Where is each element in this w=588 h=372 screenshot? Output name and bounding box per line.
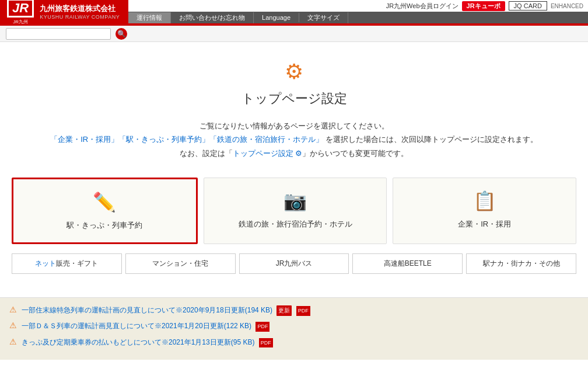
search-bar-area: 🔍 — [0, 26, 588, 42]
card-station-label: 駅・きっぷ・列車予約 — [66, 220, 142, 231]
card-station[interactable]: ✏️ 駅・きっぷ・列車予約 — [12, 178, 198, 244]
description-line3: なお、設定は「トップページ設定 ⚙」からいつでも変更可能です。 — [12, 147, 576, 160]
jrq-button[interactable]: JRキューポ — [462, 1, 505, 11]
card-travel[interactable]: 📷 鉄道の旅・旅行宿泊予約・ホテル — [204, 178, 387, 244]
warn-icon-2: ⚠ — [9, 321, 17, 330]
warn-icon-3: ⚠ — [9, 337, 17, 346]
link-ekinaka[interactable]: 駅ナカ・街ナカ・その他 — [466, 253, 576, 274]
link-net-highlight: ネット — [35, 259, 56, 267]
notice-text-1[interactable]: 一部住末線特急列車の運転計画の見直しについて※2020年9月18日更新(194 … — [22, 305, 310, 316]
login-link[interactable]: JR九州Web会員ログイン — [386, 2, 459, 11]
page-title: トップページ設定 — [12, 90, 576, 107]
card-corporate-label: 企業・IR・採用 — [458, 219, 511, 230]
description-line1: ご覧になりたい情報があるページを選択してください。 — [12, 119, 576, 133]
gear-icon: ⚙ — [285, 60, 303, 84]
header-top: JR九州Web会員ログイン JRキューポ JQ CARD ENHANCED — [128, 0, 588, 12]
header: JR JR九州 九州旅客鉄道株式会社 KYUSHU RAILWAY COMPAN… — [0, 0, 588, 23]
description-block: ご覧になりたい情報があるページを選択してください。 「企業・IR・採用」「駅・き… — [12, 119, 576, 160]
notice-text-2[interactable]: 一部Ｄ＆Ｓ列車の運転計画見直しについて※2021年1月20日更新(122 KB)… — [22, 321, 270, 332]
card-station-icon: ✏️ — [93, 191, 116, 213]
warn-icon-1: ⚠ — [9, 305, 17, 314]
description-line2: 「企業・IR・採用」「駅・きっぷ・列車予約」「鉄道の旅・宿泊旅行・ホテル」 を選… — [12, 133, 576, 146]
link-bus[interactable]: JR九州バス — [239, 253, 349, 274]
new-badge-1: 更新 — [276, 305, 292, 316]
company-name-en: KYUSHU RAILWAY COMPANY — [40, 14, 120, 20]
header-nav: 運行情報 お問い合わせ/お忘れ物 Language 文字サイズ — [128, 12, 588, 23]
link-beetle[interactable]: 高速船BEETLE — [352, 253, 463, 274]
notice-item-1: ⚠ 一部住末線特急列車の運転計画の見直しについて※2020年9月18日更新(19… — [9, 305, 579, 316]
logo-area: JR JR九州 九州旅客鉄道株式会社 KYUSHU RAILWAY COMPAN… — [0, 0, 128, 23]
search-icon: 🔍 — [117, 30, 126, 38]
main-content: ⚙ トップページ設定 ご覧になりたい情報があるページを選択してください。 「企業… — [0, 42, 588, 297]
card-travel-icon: 📷 — [284, 190, 307, 212]
search-button[interactable]: 🔍 — [116, 28, 127, 40]
notice-item-2: ⚠ 一部Ｄ＆Ｓ列車の運転計画見直しについて※2021年1月20日更新(122 K… — [9, 321, 579, 332]
nav-operation[interactable]: 運行情報 — [128, 12, 171, 23]
desc-link1[interactable]: 「企業・IR・採用」「駅・きっぷ・列車予約」「鉄道の旅・宿泊旅行・ホテル」 — [50, 135, 323, 144]
enhanced-button[interactable]: ENHANCED — [551, 3, 583, 9]
pdf-icon-2: PDF — [256, 322, 270, 331]
pdf-icon-1: PDF — [296, 306, 310, 315]
link-net-text: 販売・ギフト — [56, 259, 98, 267]
nav-fontsize[interactable]: 文字サイズ — [299, 12, 348, 23]
nav-contact[interactable]: お問い合わせ/お忘れ物 — [171, 12, 254, 23]
card-corporate-icon: 📋 — [473, 190, 496, 212]
notice-text-3[interactable]: きっぷ及び定期乗車券の払いもどしについて※2021年1月13日更新(95 KB)… — [22, 337, 273, 348]
jqcard-button[interactable]: JQ CARD — [509, 1, 547, 11]
header-right: JR九州Web会員ログイン JRキューポ JQ CARD ENHANCED 運行… — [128, 0, 588, 23]
notice-section: ⚠ 一部住末線特急列車の運転計画の見直しについて※2020年9月18日更新(19… — [0, 297, 588, 360]
jr-badge: JR九州 — [13, 19, 28, 25]
desc-text1: を選択した場合には、次回以降トップページに設定されます。 — [326, 135, 538, 144]
nav-language[interactable]: Language — [254, 13, 299, 22]
settings-icon-area: ⚙ — [12, 60, 576, 84]
pdf-icon-3: PDF — [259, 338, 273, 347]
logo-box: JR JR九州 九州旅客鉄道株式会社 KYUSHU RAILWAY COMPAN… — [7, 0, 120, 25]
card-travel-label: 鉄道の旅・旅行宿泊予約・ホテル — [239, 219, 352, 230]
card-grid: ✏️ 駅・きっぷ・列車予約 📷 鉄道の旅・旅行宿泊予約・ホテル 📋 企業・IR・… — [12, 178, 576, 244]
link-mansion[interactable]: マンション・住宅 — [125, 253, 236, 274]
settings-link[interactable]: トップページ設定 ⚙ — [233, 149, 303, 158]
company-name-block: 九州旅客鉄道株式会社 KYUSHU RAILWAY COMPANY — [40, 4, 120, 20]
link-net-shop[interactable]: ネット販売・ギフト — [12, 253, 122, 274]
notice-item-3: ⚠ きっぷ及び定期乗車券の払いもどしについて※2021年1月13日更新(95 K… — [9, 337, 579, 348]
jr-logo: JR — [7, 0, 34, 18]
company-name-jp: 九州旅客鉄道株式会社 — [40, 4, 120, 14]
card-corporate[interactable]: 📋 企業・IR・採用 — [393, 178, 576, 244]
search-input-mock[interactable] — [6, 28, 111, 40]
bottom-links: ネット販売・ギフト マンション・住宅 JR九州バス 高速船BEETLE 駅ナカ・… — [12, 253, 576, 274]
